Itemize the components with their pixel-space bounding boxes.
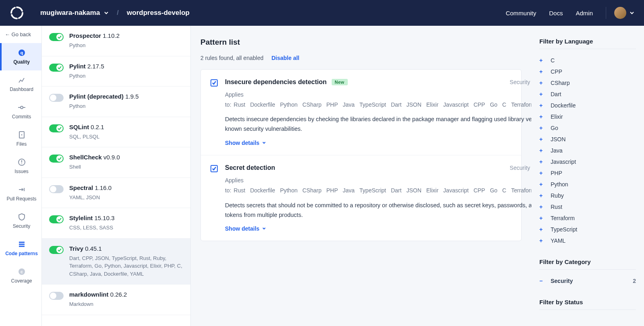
tool-item[interactable]: Stylelint 15.10.3CSS, LESS, SASS	[42, 208, 190, 239]
breadcrumb-separator: /	[117, 9, 119, 17]
pattern-checkbox[interactable]	[211, 79, 218, 87]
pattern-list: Insecure dependencies detectionNewSecuri…	[200, 69, 522, 241]
pattern-description: Detects insecure dependencies by checkin…	[225, 115, 531, 134]
nav-community[interactable]: Community	[506, 10, 536, 17]
nav-dashboard[interactable]: Dashboard	[0, 70, 41, 98]
tool-item[interactable]: Spectral 1.16.0YAML, JSON	[42, 178, 190, 208]
nav-pull-requests[interactable]: Pull Requests	[0, 180, 41, 207]
nav-commits[interactable]: Commits	[0, 98, 41, 125]
chevron-down-icon	[104, 10, 109, 15]
tool-item[interactable]: SQLint 0.2.1SQL, PLSQL	[42, 117, 190, 148]
show-details-link[interactable]: Show details	[225, 140, 531, 146]
filter-label: Terraform	[551, 215, 575, 221]
tool-name: SQLint 0.2.1	[69, 124, 182, 130]
tool-languages: Python	[69, 41, 182, 50]
disable-all-link[interactable]: Disable all	[271, 55, 299, 61]
show-details-link[interactable]: Show details	[225, 225, 531, 232]
tool-name: markdownlint 0.26.2	[69, 291, 182, 298]
filter-lang-item[interactable]: +YAML	[539, 235, 636, 246]
filter-lang-item[interactable]: +Dockerfile	[539, 100, 636, 111]
pattern-description: Detects secrets that should not be commi…	[225, 201, 531, 220]
tool-toggle[interactable]	[49, 185, 64, 193]
pattern-list-title: Pattern list	[200, 38, 522, 47]
coverage-icon: c	[18, 268, 26, 276]
filter-cat-item[interactable]: −Security2	[539, 275, 636, 287]
tool-toggle[interactable]	[49, 292, 64, 300]
tool-languages: Python	[69, 102, 182, 110]
nav-issues[interactable]: Issues	[0, 153, 41, 180]
tool-toggle[interactable]	[49, 64, 64, 72]
tool-toggle[interactable]	[49, 215, 64, 223]
repo-name[interactable]: wordpress-develop	[127, 9, 190, 17]
filter-lang-item[interactable]: +JSON	[539, 134, 636, 145]
plus-icon: +	[539, 192, 545, 199]
filter-lang-item[interactable]: +Rust	[539, 201, 636, 213]
nav-admin[interactable]: Admin	[576, 10, 593, 17]
chevron-down-icon	[262, 141, 266, 145]
svg-point-9	[21, 163, 22, 164]
nav-security[interactable]: Security	[0, 207, 41, 235]
go-back-link[interactable]: ← Go back	[0, 26, 41, 43]
plus-icon: +	[539, 159, 545, 165]
tool-languages: Shell	[69, 163, 182, 171]
tool-toggle[interactable]	[49, 94, 64, 102]
tool-toggle[interactable]	[49, 124, 64, 132]
plus-icon: +	[539, 57, 545, 64]
plus-icon: +	[539, 147, 545, 154]
pattern-checkbox[interactable]	[211, 165, 218, 172]
tool-item[interactable]: Pylint 2.17.5Python	[42, 56, 190, 87]
filter-label: YAML	[551, 237, 566, 244]
alert-icon	[18, 158, 26, 166]
filter-lang-item[interactable]: +TypeScript	[539, 224, 636, 235]
filter-lang-item[interactable]: +Python	[539, 179, 636, 190]
filter-lang-item[interactable]: +Ruby	[539, 190, 636, 201]
pattern-card: Insecure dependencies detectionNewSecuri…	[201, 70, 521, 155]
nav-code-patterns[interactable]: Code patterns	[0, 235, 41, 262]
filter-lang-item[interactable]: +CSharp	[539, 77, 636, 89]
nav-label: Files	[17, 141, 27, 147]
plus-icon: +	[539, 170, 545, 176]
tool-item[interactable]: Pylint (deprecated) 1.9.5Python	[42, 87, 190, 117]
nav-files[interactable]: Files	[0, 125, 41, 153]
tool-toggle[interactable]	[49, 246, 64, 254]
tool-item[interactable]: markdownlint 0.26.2Markdown	[42, 285, 190, 315]
filter-label: Go	[551, 125, 558, 131]
nav-docs[interactable]: Docs	[549, 10, 563, 17]
filter-lang-item[interactable]: +Elixir	[539, 111, 636, 122]
filter-lang-item[interactable]: +CPP	[539, 66, 636, 77]
filter-lang-item[interactable]: +Dart	[539, 89, 636, 100]
filter-label: Ruby	[551, 192, 564, 199]
filter-lang-item[interactable]: +Java	[539, 145, 636, 156]
filter-lang-item[interactable]: +Javascript	[539, 156, 636, 167]
filter-count: 2	[633, 278, 636, 284]
tool-item[interactable]: ShellCheck v0.9.0Shell	[42, 147, 190, 178]
plus-icon: +	[539, 102, 545, 109]
tools-panel: Prospector 1.10.2PythonPylint 2.17.5Pyth…	[42, 26, 191, 326]
top-header: mugiwara-nakama / wordpress-develop Comm…	[0, 0, 644, 26]
filter-status-title: Filter by Status	[539, 299, 636, 310]
filter-lang-item[interactable]: +Terraform	[539, 213, 636, 224]
filter-label: Rust	[551, 204, 562, 210]
chart-icon	[18, 76, 26, 84]
nav-coverage[interactable]: cCoverage	[0, 262, 41, 289]
user-menu[interactable]	[606, 7, 634, 19]
tool-item[interactable]: Prospector 1.10.2Python	[42, 26, 190, 56]
tool-toggle[interactable]	[49, 33, 64, 41]
plus-icon: +	[539, 181, 545, 188]
nav-quality[interactable]: qQuality	[0, 43, 41, 70]
svg-text:q: q	[20, 50, 23, 55]
org-selector[interactable]: mugiwara-nakama	[40, 9, 109, 17]
tool-languages: Python	[69, 72, 182, 80]
commit-icon	[18, 103, 26, 111]
chevron-down-icon	[630, 10, 634, 15]
file-icon	[18, 131, 26, 139]
tool-item[interactable]: Trivy 0.45.1Dart, CPP, JSON, TypeScript,…	[42, 239, 190, 285]
filter-lang-item[interactable]: +Go	[539, 122, 636, 134]
filter-lang-item[interactable]: +C	[539, 55, 636, 66]
tool-toggle[interactable]	[49, 155, 64, 163]
filter-label: CSharp	[551, 80, 570, 86]
nav-label: Quality	[13, 59, 30, 65]
filter-label: Elixir	[551, 113, 563, 120]
filter-lang-item[interactable]: +PHP	[539, 167, 636, 179]
svg-text:c: c	[20, 269, 23, 274]
